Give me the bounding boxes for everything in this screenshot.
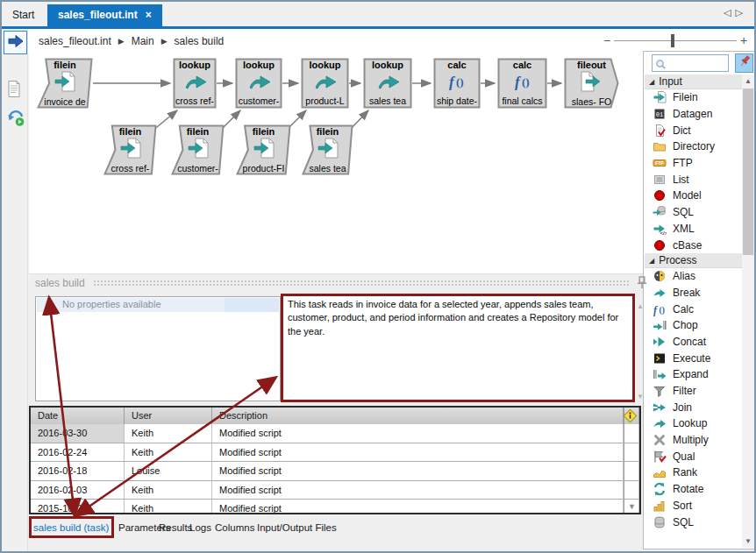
table-cell[interactable]: 2015-10-20 xyxy=(31,500,125,514)
flow-node-calc-ship-date-[interactable]: calcf()ship date- xyxy=(433,58,481,109)
table-cell[interactable]: 2016-02-18 xyxy=(31,462,125,481)
scroll-up-icon[interactable]: ▲ xyxy=(742,77,754,85)
table-scroll-down-icon[interactable]: ▼ xyxy=(628,502,636,511)
palette-item-list[interactable]: List xyxy=(645,171,743,188)
panel-tab-logs[interactable]: Logs xyxy=(189,522,211,533)
flow-node-filein-sales-tea[interactable]: fileinsales tea xyxy=(302,124,353,175)
palette-item-sort[interactable]: Sort xyxy=(645,498,743,514)
description-scroll-up-icon[interactable]: ▲ xyxy=(637,302,644,310)
palette-item-cbase[interactable]: cBase xyxy=(645,237,743,253)
flow-node-filein-product-fi[interactable]: fileinproduct-FI xyxy=(236,124,291,175)
panel-drag-handle[interactable] xyxy=(93,280,630,287)
palette-item-concat[interactable]: Concat xyxy=(645,334,743,351)
palette-item-filein[interactable]: Filein xyxy=(645,89,743,106)
flow-canvas[interactable]: fileininvoice delookupcross ref-lookupcu… xyxy=(29,53,643,273)
scroll-down-icon[interactable]: ▼ xyxy=(742,537,754,545)
flow-node-lookup-sales-tea[interactable]: lookupsales tea xyxy=(363,58,412,109)
palette-item-xml[interactable]: </>XML xyxy=(645,221,743,238)
column-header-description[interactable]: Description xyxy=(212,408,624,424)
palette-item-chop[interactable]: Chop xyxy=(645,317,743,334)
palette-item-datagen[interactable]: 01Datagen xyxy=(645,106,743,123)
scrollbar-thumb[interactable] xyxy=(743,89,753,255)
breadcrumb-item[interactable]: sales build xyxy=(175,35,225,47)
datagen-icon: 01 xyxy=(653,107,667,121)
warning-icon[interactable] xyxy=(623,408,638,427)
svg-text:(): () xyxy=(660,306,665,315)
flow-node-filein-customer-[interactable]: fileincustomer- xyxy=(171,124,225,175)
panel-tab-sales-build-task-[interactable]: sales build (task) xyxy=(33,522,109,533)
run-button[interactable] xyxy=(4,31,27,54)
tab-start[interactable]: Start xyxy=(2,4,45,26)
table-cell[interactable]: 2016-03-30 xyxy=(31,424,125,443)
table-cell[interactable]: Louise xyxy=(125,462,212,481)
palette-item-break[interactable]: Break xyxy=(645,285,743,301)
tab-nav-arrows[interactable]: ◁▷ xyxy=(724,7,747,18)
palette-item-ftp[interactable]: FTPFTP xyxy=(645,155,743,172)
palette-pin-button[interactable] xyxy=(735,53,753,73)
table-cell[interactable]: Keith xyxy=(125,424,212,443)
palette-scrollbar[interactable]: ▲ ▼ xyxy=(742,74,754,548)
column-header-date[interactable]: Date xyxy=(31,408,125,424)
table-row[interactable]: 2016-02-18LouiseModified script xyxy=(31,462,639,481)
palette-item-dict[interactable]: Dict xyxy=(645,122,743,138)
flow-node-lookup-customer-[interactable]: lookupcustomer- xyxy=(235,58,282,109)
table-cell[interactable]: 2016-02-24 xyxy=(31,443,125,463)
palette-item-join[interactable]: Join xyxy=(645,399,743,415)
palette-item-alias[interactable]: Alias xyxy=(645,268,743,285)
flow-node-filein-invoice-de[interactable]: fileininvoice de xyxy=(37,58,93,109)
palette-item-rank[interactable]: Rank xyxy=(645,464,743,481)
table-row[interactable]: 2016-03-30KeithModified script xyxy=(31,424,639,443)
panel-tab-columns[interactable]: Columns xyxy=(215,522,254,533)
nav-forward-icon[interactable]: ▷ xyxy=(736,7,747,18)
flow-node-fileout-slaes-fo[interactable]: fileoutslaes- FO xyxy=(564,58,619,109)
flow-node-calc-final-calcs[interactable]: calcf()final calcs xyxy=(497,58,547,109)
flow-node-filein-cross-ref-[interactable]: fileincross ref- xyxy=(103,124,157,175)
palette-item-sql[interactable]: SQL xyxy=(645,204,743,221)
palette-item-lookup[interactable]: Lookup xyxy=(645,415,743,432)
flow-node-lookup-cross-ref-[interactable]: lookupcross ref- xyxy=(173,58,217,109)
table-cell[interactable]: Modified script xyxy=(212,500,624,514)
table-row[interactable]: 2016-02-03KeithModified script xyxy=(31,481,639,500)
table-cell[interactable]: Modified script xyxy=(212,443,624,463)
table-cell[interactable]: Modified script xyxy=(212,481,624,500)
palette-item-expand[interactable]: Expand xyxy=(645,366,743,383)
palette-search-input[interactable] xyxy=(652,54,729,72)
zoom-out-button[interactable]: − xyxy=(603,33,610,47)
palette-item-calc[interactable]: f()Calc xyxy=(645,301,743,317)
zoom-slider[interactable] xyxy=(614,40,737,41)
table-cell[interactable]: Keith xyxy=(125,500,212,514)
close-icon[interactable]: × xyxy=(146,9,152,21)
breadcrumb-item[interactable]: sales_fileout.int xyxy=(39,35,111,47)
palette-item-multiply[interactable]: Multiply xyxy=(645,432,743,449)
table-cell[interactable]: Keith xyxy=(125,481,212,500)
description-scroll-down-icon[interactable]: ▼ xyxy=(637,393,644,401)
script-button[interactable] xyxy=(6,80,22,102)
table-cell[interactable]: 2016-02-03 xyxy=(31,481,125,500)
palette-group-process[interactable]: ◢Process xyxy=(645,253,743,268)
palette-item-directory[interactable]: Directory xyxy=(645,138,743,155)
table-cell[interactable]: Keith xyxy=(125,443,212,463)
tab-sales-fileout-int[interactable]: sales_fileout.int× xyxy=(47,4,162,26)
breadcrumb-item[interactable]: Main xyxy=(132,35,154,47)
flow-node-lookup-product-l[interactable]: lookupproduct-L xyxy=(301,58,349,109)
palette-item-qual[interactable]: Qual xyxy=(645,448,743,464)
palette-item-sql[interactable]: SQL xyxy=(645,514,743,530)
table-cell[interactable]: Modified script xyxy=(212,462,624,481)
table-row[interactable]: 2016-02-24KeithModified script xyxy=(31,443,639,463)
zoom-slider-handle[interactable] xyxy=(671,34,674,47)
column-header-user[interactable]: User xyxy=(125,408,212,424)
table-cell[interactable]: Modified script xyxy=(212,424,624,443)
zoom-in-button[interactable]: + xyxy=(740,33,747,47)
panel-pin-icon[interactable] xyxy=(637,276,647,293)
palette-group-input[interactable]: ◢Input xyxy=(645,74,743,89)
panel-tab-results[interactable]: Results xyxy=(159,522,192,533)
palette-item-model[interactable]: Model xyxy=(645,188,743,204)
palette-item-filter[interactable]: Filter xyxy=(645,383,743,400)
table-row[interactable]: 2015-10-20KeithModified script xyxy=(31,500,639,514)
history-button[interactable] xyxy=(6,108,25,131)
panel-tab-input-output-files[interactable]: Input/Output Files xyxy=(257,522,337,533)
palette-item-rotate[interactable]: Rotate xyxy=(645,481,743,498)
task-description-textarea[interactable]: This task reads in invoice data for a se… xyxy=(281,294,635,402)
nav-back-icon[interactable]: ◁ xyxy=(724,7,735,18)
palette-item-execute[interactable]: Execute xyxy=(645,350,743,366)
